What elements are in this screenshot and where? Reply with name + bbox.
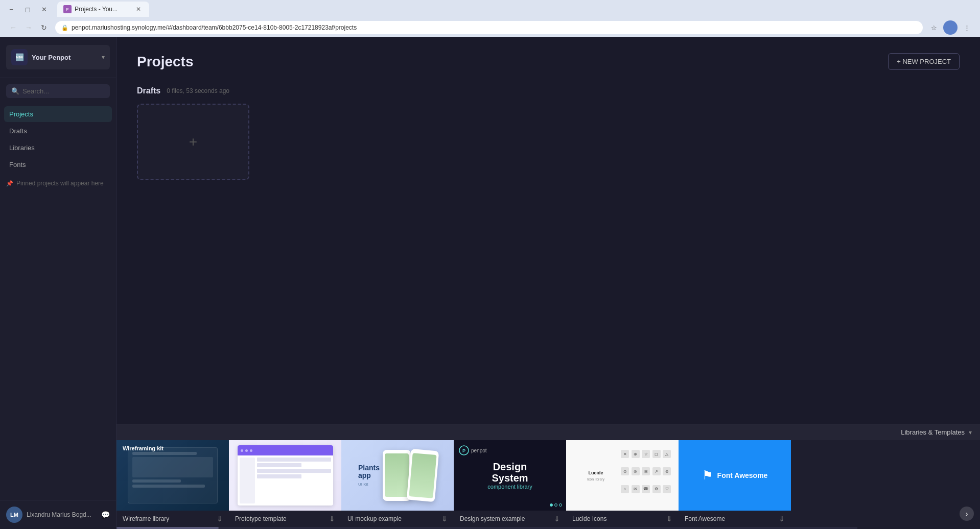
lucide-icon-item: ◻ xyxy=(652,450,661,458)
template-thumbnail-wireframe: Wireframing kit xyxy=(116,440,229,511)
search-input[interactable] xyxy=(22,87,108,95)
design-main-text: DesignSystem xyxy=(487,461,532,484)
lucide-icon-item: ⚙ xyxy=(652,485,661,493)
page-title: Projects xyxy=(137,54,194,70)
wf-line-1 xyxy=(132,452,197,455)
tab-bar: P Projects - You... ✕ xyxy=(53,2,153,17)
templates-grid: Wireframing kit Wireframe library ⇓ xyxy=(116,440,980,527)
scrollbar-thumb xyxy=(116,527,219,529)
pinned-empty-label: Pinned projects will appear here xyxy=(16,180,104,187)
horizontal-scrollbar[interactable] xyxy=(116,527,857,529)
new-project-button[interactable]: + NEW PROJECT xyxy=(888,53,960,70)
browser-chrome: − ◻ ✕ P Projects - You... ✕ ← → ↻ 🔒 penp… xyxy=(0,0,980,37)
proto-inner xyxy=(238,445,333,505)
restore-button[interactable]: ◻ xyxy=(20,2,35,16)
lucide-icon-item: ⊛ xyxy=(663,467,671,475)
workspace-selector[interactable]: 🆕 Your Penpot ▾ xyxy=(6,45,110,69)
scroll-right-indicator[interactable]: › xyxy=(960,507,974,521)
template-card-plants[interactable]: Plantsapp UI Kit UI mockup e xyxy=(341,440,454,527)
tab-close-button[interactable]: ✕ xyxy=(134,5,143,14)
plants-big-text: Plantsapp xyxy=(358,464,380,480)
sidebar-item-label: Libraries xyxy=(9,144,35,152)
svg-text:P: P xyxy=(462,448,465,453)
template-label-fontawesome: Font Awesome xyxy=(685,515,725,522)
design-text-area: P penpot DesignSystem component library xyxy=(487,461,532,490)
plants-title-area: Plantsapp UI Kit xyxy=(358,464,380,487)
proto-row-3 xyxy=(257,469,331,473)
profile-icon-button[interactable] xyxy=(943,20,958,35)
template-label-lucide: Lucide Icons xyxy=(572,515,606,522)
plants-sub: UI Kit xyxy=(358,482,380,487)
close-button[interactable]: ✕ xyxy=(37,2,51,16)
lucide-icons-grid: ✕ ⊕ ☆ ◻ △ ⊙ ⊘ ⊞ ↗ ⊛ ⌂ ✉ ☎ xyxy=(621,450,672,501)
fontawesome-text: Font Awesome xyxy=(717,471,768,479)
lucide-icon-item: ⊘ xyxy=(632,467,640,475)
sidebar-item-label: Fonts xyxy=(9,161,26,169)
template-label-row-proto: Prototype template ⇓ xyxy=(229,511,341,527)
template-thumbnail-lucide: Lucide Icon library ✕ ⊕ ☆ ◻ △ ⊙ ⊘ ⊞ xyxy=(566,440,679,511)
browser-tab[interactable]: P Projects - You... ✕ xyxy=(57,2,149,17)
bottom-panel: Libraries & Templates ▾ Wireframing kit xyxy=(116,424,980,529)
pinned-projects-empty: 📌 Pinned projects will appear here xyxy=(0,176,116,191)
forward-button[interactable]: → xyxy=(21,20,36,35)
proto-dot-3 xyxy=(250,449,252,452)
design-logo-text: penpot xyxy=(471,448,487,453)
plants-content: Plantsapp UI Kit xyxy=(350,445,446,505)
search-input-wrap: 🔍 xyxy=(6,84,110,98)
template-card-lucide[interactable]: Lucide Icon library ✕ ⊕ ☆ ◻ △ ⊙ ⊘ ⊞ xyxy=(566,440,679,527)
refresh-button[interactable]: ↻ xyxy=(37,20,51,35)
template-label-row-wireframe: Wireframe library ⇓ xyxy=(116,511,229,527)
template-label-design: Design system example xyxy=(460,515,525,522)
chat-icon[interactable]: 💬 xyxy=(101,511,110,519)
design-dot-1 xyxy=(550,503,553,507)
bottom-panel-title: Libraries & Templates xyxy=(901,428,965,436)
bookmark-button[interactable]: ☆ xyxy=(927,20,941,35)
design-dot-2 xyxy=(554,503,557,507)
fontawesome-inner: ⚑ Font Awesome xyxy=(702,468,768,483)
template-card-proto[interactable]: Prototype template ⇓ xyxy=(229,440,341,527)
workspace-icon: 🆕 xyxy=(11,49,28,65)
design-sub-text: component library xyxy=(487,484,532,490)
template-download-proto[interactable]: ⇓ xyxy=(329,515,335,523)
template-download-lucide[interactable]: ⇓ xyxy=(666,515,672,523)
sidebar-item-drafts[interactable]: Drafts xyxy=(4,123,112,139)
penpot-logo-icon: P xyxy=(459,445,469,455)
fontawesome-icon: ⚑ xyxy=(702,468,713,483)
template-card-design[interactable]: P penpot DesignSystem component library xyxy=(454,440,566,527)
template-download-plants[interactable]: ⇓ xyxy=(441,515,448,523)
lucide-icon-item: ⊞ xyxy=(642,467,650,475)
template-download-design[interactable]: ⇓ xyxy=(554,515,560,523)
drafts-section: Drafts 0 files, 53 seconds ago + xyxy=(137,86,960,180)
proto-dot-1 xyxy=(241,449,243,452)
template-card-wireframe[interactable]: Wireframing kit Wireframe library ⇓ xyxy=(116,440,229,527)
template-card-fontawesome[interactable]: ⚑ Font Awesome Font Awesome ⇓ xyxy=(679,440,791,527)
files-grid: + xyxy=(137,104,960,180)
back-button[interactable]: ← xyxy=(6,20,20,35)
sidebar-item-libraries[interactable]: Libraries xyxy=(4,140,112,156)
sidebar-footer: LM Lixandru Marius Bogd... 💬 xyxy=(0,500,116,529)
sidebar-item-fonts[interactable]: Fonts xyxy=(4,157,112,173)
menu-button[interactable]: ⋮ xyxy=(960,20,974,35)
add-file-card[interactable]: + xyxy=(137,104,249,180)
libraries-templates-header[interactable]: Libraries & Templates ▾ xyxy=(116,424,980,440)
address-bar[interactable]: 🔒 penpot.mariushosting.synology.me/#/das… xyxy=(55,21,923,34)
lucide-icon-item: ✕ xyxy=(621,450,629,458)
window-controls: − ◻ ✕ xyxy=(4,2,51,16)
lucide-icon-item: ⊙ xyxy=(621,467,629,475)
profile-avatar xyxy=(943,20,958,35)
proto-row-2 xyxy=(257,463,301,467)
main-header: Projects + NEW PROJECT xyxy=(137,53,960,70)
lucide-icon-item: ☆ xyxy=(642,450,650,458)
search-container: 🔍 xyxy=(0,78,116,104)
lucide-sub-text: Icon library xyxy=(587,477,604,481)
template-download-wireframe[interactable]: ⇓ xyxy=(217,515,223,523)
template-download-fontawesome[interactable]: ⇓ xyxy=(779,515,785,523)
lucide-icon-item: △ xyxy=(663,450,671,458)
omnibar-right-controls: ☆ ⋮ xyxy=(927,20,974,35)
template-thumbnail-proto xyxy=(229,440,341,511)
design-dots xyxy=(550,503,562,507)
sidebar-item-projects[interactable]: Projects xyxy=(4,106,112,122)
proto-content xyxy=(238,455,333,505)
lucide-icon-item: ♡ xyxy=(663,485,671,493)
minimize-button[interactable]: − xyxy=(4,2,18,16)
